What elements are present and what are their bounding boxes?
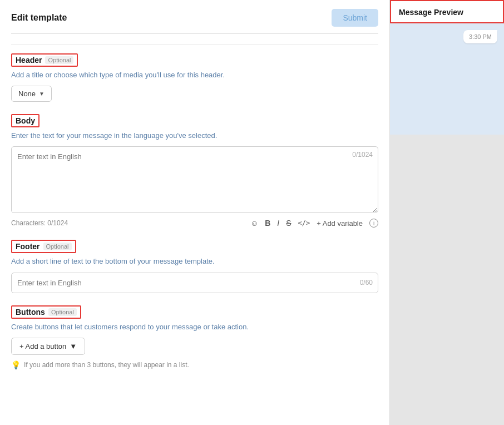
submit-button[interactable]: Submit — [332, 9, 378, 27]
bold-icon[interactable]: B — [265, 219, 270, 228]
header-type-dropdown[interactable]: None ▼ — [11, 86, 52, 102]
preview-bubble: 3:30 PM — [463, 30, 497, 43]
footer-section-title: Footer Optional — [11, 240, 76, 253]
add-button-button[interactable]: + Add a button ▼ — [11, 338, 85, 355]
page-title: Edit template — [11, 13, 67, 23]
body-char-count-below: Characters: 0/1024 — [11, 219, 68, 227]
footer-optional-badge: Optional — [43, 243, 72, 250]
buttons-section: Buttons Optional Create buttons that let… — [11, 305, 378, 369]
chevron-down-icon: ▼ — [39, 91, 45, 97]
body-section-header: Body — [11, 114, 378, 127]
buttons-list-note: 💡 If you add more than 3 buttons, they w… — [11, 360, 378, 369]
footer-input-wrapper: 0/60 — [11, 273, 378, 293]
strikethrough-icon[interactable]: S — [286, 219, 291, 228]
footer-section: Footer Optional Add a short line of text… — [11, 240, 378, 293]
footer-input[interactable] — [11, 273, 378, 293]
body-char-count-inside: 0/1024 — [352, 151, 373, 159]
header-description: Add a title or choose which type of medi… — [11, 70, 378, 80]
body-section-title: Body — [11, 114, 39, 127]
code-icon[interactable]: </> — [298, 219, 310, 227]
footer-char-count: 0/60 — [360, 279, 373, 286]
body-description: Enter the text for your message in the l… — [11, 131, 378, 141]
buttons-section-header: Buttons Optional — [11, 305, 378, 319]
body-section: Body Enter the text for your message in … — [11, 114, 378, 228]
format-tools: ☺ B I S </> + Add variable i — [250, 219, 378, 228]
message-preview-header: Message Preview — [390, 0, 504, 23]
body-textarea[interactable] — [11, 146, 378, 213]
info-icon[interactable]: i — [369, 219, 378, 228]
add-variable-button[interactable]: + Add variable — [317, 219, 363, 228]
header-section-title: Header Optional — [11, 53, 78, 67]
top-bar: Edit template Submit — [11, 0, 378, 34]
italic-icon[interactable]: I — [277, 219, 279, 228]
footer-description: Add a short line of text to the bottom o… — [11, 256, 378, 266]
buttons-optional-badge: Optional — [48, 308, 77, 316]
emoji-icon[interactable]: ☺ — [250, 219, 258, 228]
header-optional-badge: Optional — [45, 56, 73, 64]
chevron-down-icon-btn: ▼ — [70, 342, 77, 350]
buttons-description: Create buttons that let customers respon… — [11, 322, 378, 332]
right-panel: Message Preview 3:30 PM — [389, 0, 504, 425]
buttons-section-title: Buttons Optional — [11, 305, 81, 319]
footer-section-header: Footer Optional — [11, 240, 378, 253]
left-panel: Edit template Submit Header Optional Add… — [0, 0, 389, 425]
lightbulb-icon: 💡 — [11, 360, 21, 369]
header-section: Header Optional Add a title or choose wh… — [11, 53, 378, 102]
preview-rest — [390, 135, 504, 357]
preview-time: 3:30 PM — [469, 33, 492, 40]
body-textarea-wrapper: 0/1024 — [11, 146, 378, 215]
preview-chat-area: 3:30 PM — [390, 23, 504, 135]
header-section-header: Header Optional — [11, 53, 378, 67]
divider — [11, 44, 378, 45]
body-toolbar: Characters: 0/1024 ☺ B I S </> + Add var… — [11, 219, 378, 228]
